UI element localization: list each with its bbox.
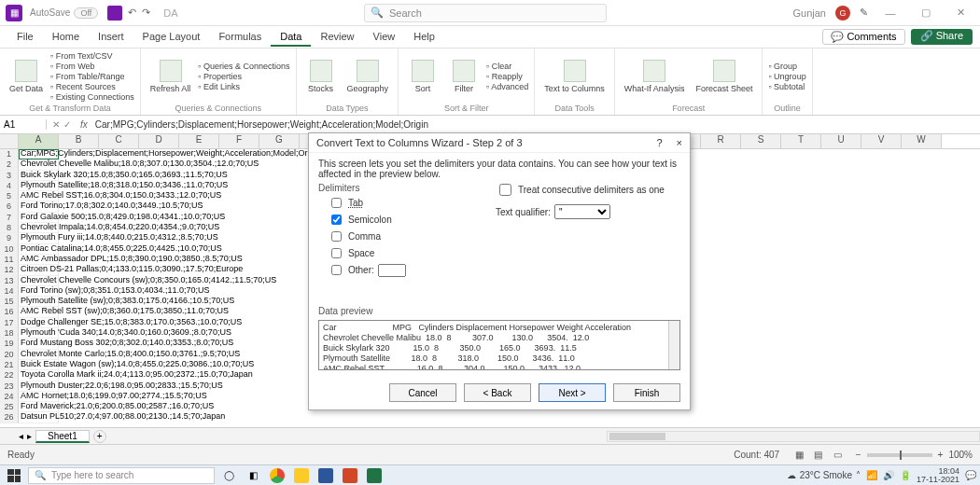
menu-tab-file[interactable]: File [7,28,43,47]
window-maximize[interactable]: ▢ [913,7,939,19]
dialog-help-icon[interactable]: ? [656,137,662,148]
row-header[interactable]: 11 [0,255,19,265]
row-header[interactable]: 15 [0,297,19,307]
dialog-close-icon[interactable]: × [677,137,682,148]
sheet-nav-prev[interactable]: ◂ [19,431,23,441]
finish-button[interactable]: Finish [613,383,680,402]
delim-other-input[interactable] [378,264,406,277]
ribbon-item-from-web[interactable]: ▫ From Web [50,62,134,71]
share-button[interactable]: 🔗 Share [911,29,973,45]
row-header[interactable]: 1 [0,149,19,159]
col-header-D[interactable]: D [139,134,179,148]
horizontal-scrollbar[interactable] [607,431,980,442]
forecast-sheet-button[interactable]: Forecast Sheet [692,58,756,95]
system-tray[interactable]: ˄ 📶 🔊 🔋 18:04 17-11-2021 💬 [856,467,976,484]
row-header[interactable]: 2 [0,159,19,170]
col-header-T[interactable]: T [781,134,821,148]
text-qualifier-select[interactable]: " [554,204,610,219]
col-header-C[interactable]: C [99,134,139,148]
col-header-B[interactable]: B [59,134,99,148]
start-button[interactable] [4,467,24,484]
name-box[interactable]: A1 [0,119,47,130]
powerpoint-icon[interactable] [340,467,360,484]
row-header[interactable]: 9 [0,233,19,243]
ribbon-item-ungroup[interactable]: ▫ Ungroup [768,72,805,81]
autosave-toggle[interactable]: AutoSave Off [30,7,98,19]
save-icon[interactable] [107,6,122,21]
view-page-break-icon[interactable]: ▭ [830,449,847,461]
cortana-icon[interactable]: ◧ [243,467,263,484]
window-close[interactable]: ✕ [948,7,974,19]
cancel-edit-icon[interactable]: ✕ [52,119,60,130]
delim-semicolon-checkbox[interactable] [331,215,342,225]
volume-icon[interactable]: 🔊 [883,470,894,480]
row-header[interactable]: 20 [0,350,19,360]
text-to-columns-button[interactable]: Text to Columns [540,58,609,95]
row-header[interactable]: 12 [0,265,19,275]
tray-chevron-icon[interactable]: ˄ [856,470,861,480]
col-header-S[interactable]: S [741,134,781,148]
zoom-out[interactable]: − [856,450,861,460]
stocks-button[interactable]: Stocks [302,58,340,95]
get-data-button[interactable]: Get Data [6,58,47,95]
comments-button[interactable]: 💬 Comments [822,29,904,45]
row-header[interactable]: 21 [0,360,19,370]
sheet-tab-active[interactable]: Sheet1 [35,430,90,443]
add-sheet-button[interactable]: + [93,430,106,443]
col-header-F[interactable]: F [219,134,259,148]
row-header[interactable]: 17 [0,318,19,328]
col-header-A[interactable]: A [19,134,59,148]
ink-icon[interactable]: ✎ [860,7,868,19]
col-header-G[interactable]: G [259,134,300,148]
search-box[interactable]: 🔍 Search [364,4,607,22]
view-page-layout-icon[interactable]: ▤ [810,449,827,461]
task-view-icon[interactable]: ◯ [218,467,239,484]
ribbon-item-existing-connections[interactable]: ▫ Existing Connections [50,92,134,102]
menu-tab-view[interactable]: View [364,28,405,47]
undo-icon[interactable]: ↶ [128,7,136,19]
row-header[interactable]: 22 [0,370,19,381]
row-header[interactable]: 4 [0,181,19,191]
next-button[interactable]: Next > [539,383,606,402]
row-header[interactable]: 3 [0,171,19,181]
row-header[interactable]: 14 [0,286,19,297]
row-header[interactable]: 5 [0,191,19,201]
geography-button[interactable]: Geography [343,58,393,95]
delim-other-checkbox[interactable] [331,265,342,275]
row-header[interactable]: 6 [0,201,19,212]
redo-icon[interactable]: ↷ [142,7,150,19]
row-header[interactable]: 13 [0,276,19,286]
col-header-R[interactable]: R [701,134,741,148]
select-all-corner[interactable] [0,134,19,148]
row-header[interactable]: 8 [0,223,19,233]
what-if-button[interactable]: What-If Analysis [621,58,689,95]
zoom-slider[interactable] [867,453,932,457]
delim-comma-checkbox[interactable] [331,231,342,242]
row-header[interactable]: 10 [0,244,19,255]
formula-input[interactable]: Car;MPG;Cylinders;Displacement;Horsepowe… [91,119,980,130]
menu-tab-data[interactable]: Data [271,28,311,47]
wifi-icon[interactable]: 📶 [866,470,877,480]
ribbon-item-subtotal[interactable]: ▫ Subtotal [768,82,805,91]
weather-widget[interactable]: ☁ 23°C Smoke [787,470,852,480]
ribbon-item-group[interactable]: ▫ Group [768,62,805,71]
zoom-in[interactable]: + [938,450,944,460]
taskbar-search[interactable]: 🔍Type here to search [28,467,215,484]
ribbon-item-advanced[interactable]: ▫ Advanced [486,82,528,91]
row-header[interactable]: 23 [0,381,19,392]
ribbon-item-clear[interactable]: ▫ Clear [486,62,528,71]
sheet-nav-next[interactable]: ▸ [27,431,32,441]
row-header[interactable]: 26 [0,412,19,423]
col-header-E[interactable]: E [179,134,219,148]
row-header[interactable]: 24 [0,392,19,402]
ribbon-item-from-table-range[interactable]: ▫ From Table/Range [50,72,134,81]
menu-tab-page-layout[interactable]: Page Layout [133,28,210,47]
table-row[interactable]: 26Datsun PL510;27.0;4;97.00;88.00;2130.;… [0,412,980,423]
col-header-U[interactable]: U [821,134,861,148]
ribbon-item-recent-sources[interactable]: ▫ Recent Sources [50,82,134,91]
view-normal-icon[interactable]: ▦ [791,449,807,461]
preview-vscroll[interactable] [668,321,679,369]
col-header-V[interactable]: V [861,134,902,148]
clock[interactable]: 18:04 17-11-2021 [917,467,959,484]
menu-tab-formulas[interactable]: Formulas [209,28,271,47]
